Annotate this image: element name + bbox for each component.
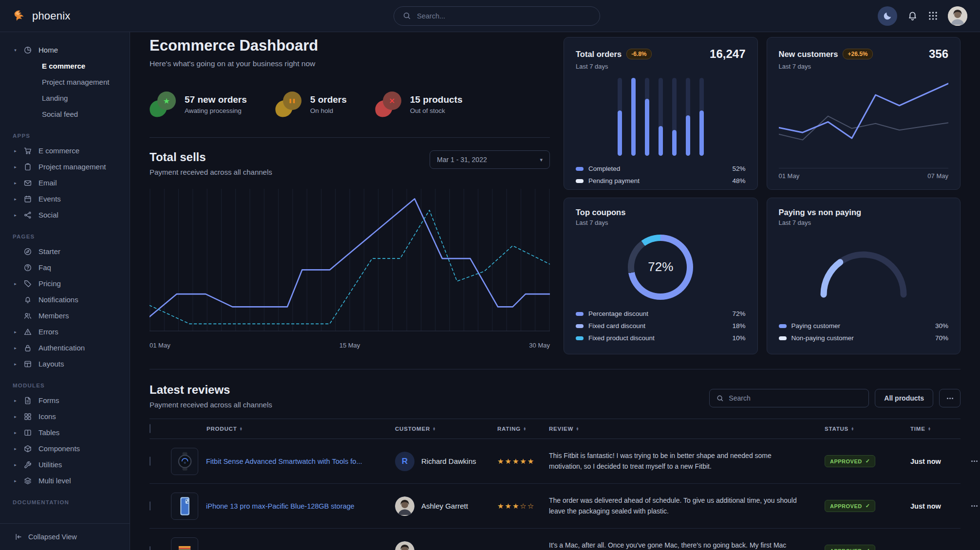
- order-bar: [618, 78, 622, 156]
- ellipsis-icon: [974, 460, 975, 462]
- reviews-subtitle: Payment received across all channels: [150, 401, 272, 409]
- sidebar-item-layouts[interactable]: ▸Layouts: [0, 356, 130, 372]
- sidebar-item-tables[interactable]: ▸Tables: [0, 424, 130, 440]
- legend-swatch: [576, 336, 584, 340]
- rating-stars: ★★★☆☆: [497, 502, 535, 510]
- layout-icon: [24, 360, 33, 368]
- row-checkbox[interactable]: [150, 546, 151, 550]
- sidebar-subitem-project-management[interactable]: Project management: [0, 74, 130, 90]
- sidebar-subitem-e-commerce[interactable]: E commerce: [0, 58, 130, 74]
- column-header-customer[interactable]: CUSTOMER▲▼: [395, 426, 497, 432]
- caret-right-icon: ▸: [13, 430, 18, 435]
- paying-card: Paying vs non paying Last 7 days Paying …: [767, 198, 961, 354]
- legend-swatch: [576, 312, 584, 316]
- coupons-donut-chart: 72%: [628, 235, 693, 300]
- grid-icon: [24, 413, 33, 421]
- legend-swatch: [779, 324, 787, 328]
- caret-right-icon: ▸: [13, 197, 18, 202]
- sidebar-item-components[interactable]: ▸Components: [0, 440, 130, 457]
- reviews-more-button[interactable]: [939, 389, 961, 407]
- column-header-product[interactable]: PRODUCT▲▼: [171, 426, 395, 432]
- legend-swatch: [576, 167, 584, 171]
- collapse-view-button[interactable]: Collapsed View: [0, 523, 130, 550]
- check-icon: ✓: [866, 458, 870, 464]
- customer-name: Ashley Garrett: [421, 502, 468, 510]
- select-all-checkbox[interactable]: [150, 424, 151, 433]
- user-avatar[interactable]: [948, 6, 967, 26]
- row-menu-button[interactable]: [974, 460, 975, 462]
- row-menu-button[interactable]: [974, 505, 975, 507]
- brand-logo[interactable]: phoenix: [13, 9, 70, 23]
- sidebar-item-label: Notifications: [38, 295, 78, 304]
- sidebar-item-pricing[interactable]: ▸Pricing: [0, 275, 130, 292]
- search-icon: [403, 12, 411, 20]
- sidebar-item-notifications[interactable]: Notifications: [0, 292, 130, 308]
- sidebar-item-home[interactable]: ▾Home: [0, 42, 130, 58]
- sort-icon: ▲▼: [433, 427, 436, 431]
- sidebar-item-label: Forms: [38, 396, 59, 404]
- column-header-time[interactable]: TIME▲▼: [910, 426, 974, 432]
- review-text: The order was delivered ahead of schedul…: [549, 495, 825, 516]
- sidebar-item-authentication[interactable]: ▸Authentication: [0, 340, 130, 356]
- product-link[interactable]: iPhone 13 pro max-Pacific Blue-128GB sto…: [206, 502, 355, 510]
- sidebar-item-forms[interactable]: ▸Forms: [0, 392, 130, 408]
- date-range-value: Mar 1 - 31, 2022: [437, 156, 487, 164]
- product-link[interactable]: Fitbit Sense Advanced Smartwatch with To…: [206, 458, 362, 465]
- caret-right-icon: ▸: [13, 462, 18, 467]
- compass-icon: [24, 248, 33, 256]
- sidebar-item-members[interactable]: Members: [0, 308, 130, 324]
- row-checkbox[interactable]: [150, 501, 151, 511]
- bell-icon: [907, 10, 918, 21]
- status-badge: APPROVED ✓: [825, 545, 875, 550]
- legend-label: Pending payment: [588, 177, 640, 184]
- cart-icon: [24, 147, 33, 155]
- product-thumbnail[interactable]: [171, 448, 198, 475]
- apps-menu-button[interactable]: [928, 11, 938, 21]
- reviews-search-input[interactable]: [729, 394, 862, 402]
- sidebar-item-events[interactable]: ▸Events: [0, 191, 130, 207]
- sidebar-item-project-management[interactable]: ▸Project management: [0, 159, 130, 175]
- all-products-button[interactable]: All products: [875, 389, 933, 407]
- sidebar-item-email[interactable]: ▸Email: [0, 175, 130, 191]
- review-time: Just now: [910, 458, 974, 465]
- sidebar-item-faq[interactable]: Faq: [0, 259, 130, 275]
- check-icon: ✓: [866, 503, 870, 509]
- rating-stars: ★★★★★: [497, 457, 535, 465]
- sidebar-item-label: Errors: [38, 328, 58, 336]
- legend-item: Completed52%: [576, 163, 746, 175]
- product-thumbnail[interactable]: [171, 537, 198, 550]
- column-header-rating[interactable]: RATING▲▼: [497, 426, 549, 432]
- card-title: Paying vs non paying: [779, 208, 862, 217]
- date-range-select[interactable]: Mar 1 - 31, 2022 ▾: [430, 150, 550, 169]
- latest-reviews-section: Latest reviews Payment received across a…: [150, 369, 961, 550]
- global-search-input[interactable]: [417, 12, 591, 20]
- sidebar-subitem-social-feed[interactable]: Social feed: [0, 106, 130, 122]
- order-bar: [686, 78, 690, 156]
- sidebar-item-label: Tables: [38, 428, 59, 437]
- sidebar-item-social[interactable]: ▸Social: [0, 207, 130, 223]
- sidebar-item-utilities[interactable]: ▸Utilities: [0, 457, 130, 473]
- reviews-search[interactable]: [709, 389, 869, 407]
- sidebar-item-e-commerce[interactable]: ▸E commerce: [0, 143, 130, 159]
- sidebar-subitem-landing[interactable]: Landing: [0, 90, 130, 106]
- legend-item: Fixed card discount18%: [576, 320, 746, 332]
- sidebar-item-icons[interactable]: ▸Icons: [0, 408, 130, 424]
- column-header-review[interactable]: REVIEW▲▼: [549, 426, 825, 432]
- total-sells-title: Total sells: [150, 150, 272, 164]
- sort-icon: ▲▼: [576, 427, 579, 431]
- legend-value: 18%: [732, 322, 745, 330]
- sidebar: ▾HomeE commerceProject managementLanding…: [0, 32, 130, 550]
- theme-toggle-button[interactable]: [878, 6, 897, 26]
- column-header-status[interactable]: STATUS▲▼: [825, 426, 910, 432]
- product-thumbnail[interactable]: [171, 493, 198, 520]
- sidebar-item-starter[interactable]: Starter: [0, 243, 130, 259]
- global-search[interactable]: [394, 6, 600, 26]
- sidebar-item-label: Members: [38, 312, 69, 320]
- sidebar-item-errors[interactable]: ▸Errors: [0, 324, 130, 340]
- new-customers-line-chart: [779, 75, 949, 166]
- package-icon: [24, 445, 33, 453]
- sidebar-item-multi-level[interactable]: ▸Multi level: [0, 473, 130, 489]
- row-checkbox[interactable]: [150, 457, 151, 466]
- notifications-button[interactable]: [907, 10, 918, 21]
- caret-right-icon: ▸: [13, 362, 18, 367]
